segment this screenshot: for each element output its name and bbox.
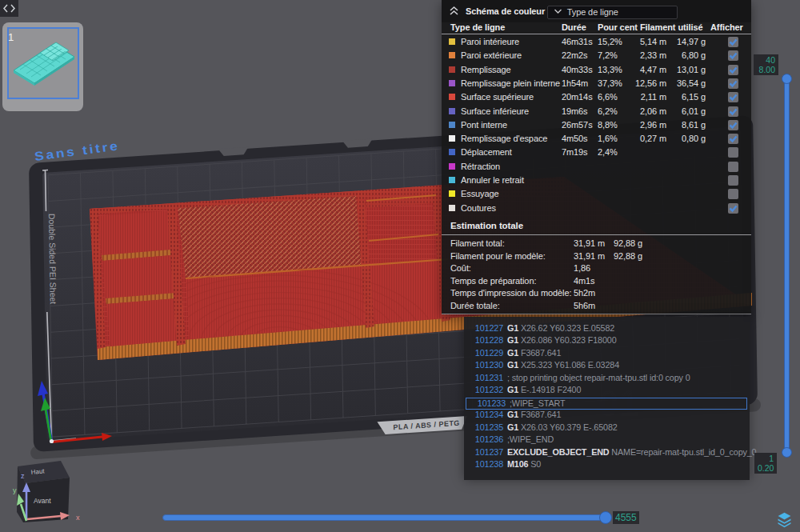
svg-text:Double Sided PEI Sheet: Double Sided PEI Sheet [47, 214, 58, 305]
svg-text:Avant: Avant [34, 497, 51, 505]
svg-text:z: z [21, 472, 25, 480]
svg-text:Haut: Haut [30, 467, 46, 476]
svg-text:y: y [13, 486, 17, 494]
svg-text:x: x [76, 514, 80, 522]
